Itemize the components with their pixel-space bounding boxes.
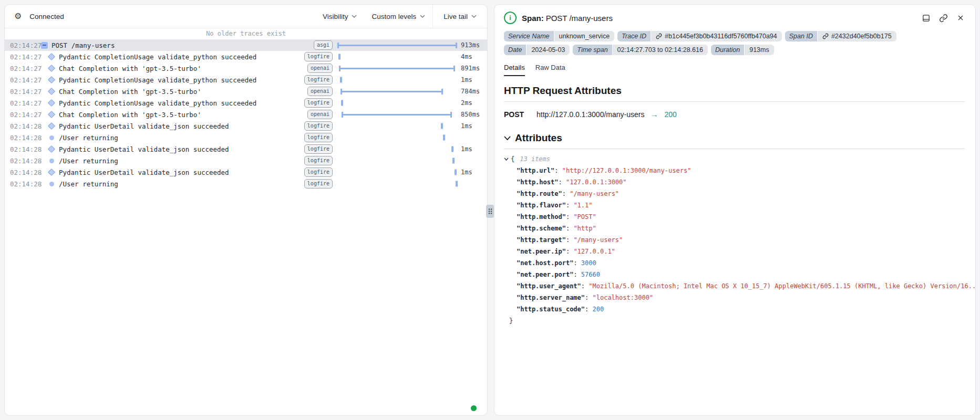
attribute-row: "http.user_agent": "Mozilla/5.0 (Macinto… — [504, 280, 965, 292]
span-detail-header: i Span:POST /many-users — [504, 12, 965, 24]
attribute-value: "http://127.0.0.1:3000/many-users" — [562, 167, 692, 174]
trace-timestamp: 02:14:27 — [10, 99, 40, 107]
badge-value[interactable]: #b1c445ef3b0b43116df5760ffb470a94 — [651, 31, 782, 41]
span-kind-label: Span: — [522, 14, 544, 23]
span-title: Span:POST /many-users — [522, 14, 613, 23]
close-icon[interactable] — [956, 14, 965, 22]
grip-dots-icon — [488, 208, 492, 215]
attribute-row: "http.target": "/many-users" — [504, 234, 965, 246]
trace-timestamp: 02:14:28 — [10, 134, 40, 142]
diamond-icon — [48, 99, 55, 107]
panel-icon[interactable] — [922, 14, 931, 23]
duration-label: 2ms — [461, 99, 487, 107]
trace-row[interactable]: 02:14:28 Pydantic UserDetail validate_js… — [5, 120, 487, 132]
trace-row[interactable]: 02:14:27 Pydantic CompletionUsage valida… — [5, 97, 487, 109]
trace-row[interactable]: 02:14:28 /User returning logfire — [5, 132, 487, 143]
trace-list-panel: ⚙ Connected Visibility Custom levels Liv… — [4, 4, 488, 416]
scope-tag: logfire — [304, 179, 333, 188]
tab-details[interactable]: Details — [504, 64, 525, 76]
attribute-key: "net.host.port" — [517, 259, 573, 267]
badge-value[interactable]: #2432d40ef5b0b175 — [818, 31, 896, 41]
duration-bar — [337, 109, 457, 120]
scope-tag: logfire — [304, 52, 333, 61]
arrow-right-icon: → — [651, 110, 658, 119]
chevron-down-icon — [352, 15, 357, 18]
span-name: /User returning — [59, 134, 118, 142]
duration-bar — [337, 97, 457, 109]
scope-tag: openai — [307, 64, 333, 73]
circle-icon — [49, 135, 54, 140]
attribute-row: "http.route": "/many-users" — [504, 188, 965, 200]
trace-row[interactable]: 02:14:28 /User returning logfire — [5, 155, 487, 166]
meta-badge: Time span 02:14:27.703 to 02:14:28.616 — [573, 45, 708, 55]
badge-value-text: 2024-05-03 — [531, 46, 565, 54]
duration-label: 891ms — [461, 65, 487, 72]
duration-bar — [337, 166, 457, 178]
attribute-key: "http.host" — [517, 178, 558, 186]
trace-row[interactable]: 02:14:27 Pydantic CompletionUsage valida… — [5, 51, 487, 62]
badge-label: Date — [504, 45, 526, 55]
attribute-key: "http.method" — [517, 213, 566, 220]
attribute-row: "net.peer.ip": "127.0.0.1" — [504, 246, 965, 257]
badge-label: Trace ID — [617, 31, 651, 41]
meta-badge: Span ID #2432d40ef5b0b175 — [785, 31, 896, 41]
link-icon — [656, 33, 662, 39]
span-name: /User returning — [59, 157, 118, 165]
attribute-key: "http.scheme" — [517, 225, 566, 232]
link-icon[interactable] — [939, 14, 948, 23]
attribute-value: 57660 — [581, 271, 600, 278]
json-entries: "http.url": "http://127.0.0.1:3000/many-… — [504, 165, 965, 315]
trace-timestamp: 02:14:28 — [10, 122, 40, 130]
attribute-row: "http.method": "POST" — [504, 211, 965, 223]
trace-timestamp: 02:14:27 — [10, 53, 40, 61]
toolbar-actions: Visibility Custom levels Live tail — [315, 5, 487, 28]
diamond-icon — [48, 76, 55, 83]
trace-row[interactable]: 02:14:28 /User returning logfire — [5, 178, 487, 190]
scope-tag: logfire — [304, 167, 333, 177]
trace-row[interactable]: 02:14:27 Chat Completion with 'gpt-3.5-t… — [5, 86, 487, 97]
attribute-key: "http.route" — [517, 190, 562, 197]
attribute-value: 3000 — [581, 259, 596, 267]
trace-row[interactable]: 02:14:27 POST /many-users asgi 913ms — [5, 39, 487, 51]
live-tail-dropdown[interactable]: Live tail — [432, 5, 487, 28]
span-name: Pydantic CompletionUsage validate_python… — [59, 53, 256, 61]
info-circle-icon: i — [504, 12, 517, 24]
live-tail-label: Live tail — [443, 13, 468, 20]
duration-bar — [337, 143, 457, 155]
duration-bar — [337, 178, 457, 190]
trace-timestamp: 02:14:27 — [10, 88, 40, 96]
scope-tag: logfire — [304, 156, 333, 165]
gear-icon[interactable]: ⚙ — [14, 12, 22, 20]
chevron-down-icon[interactable] — [504, 158, 509, 161]
trace-row[interactable]: 02:14:28 Pydantic UserDetail validate_js… — [5, 166, 487, 178]
scope-tag: asgi — [314, 40, 333, 50]
visibility-dropdown[interactable]: Visibility — [315, 5, 365, 28]
badge-value-text: 02:14:27.703 to 02:14:28.616 — [617, 46, 703, 54]
trace-row[interactable]: 02:14:27 Chat Completion with 'gpt-3.5-t… — [5, 109, 487, 120]
custom-levels-dropdown[interactable]: Custom levels — [364, 5, 432, 28]
badge-value: unknown_service — [554, 31, 615, 41]
trace-timestamp: 02:14:27 — [10, 111, 40, 119]
attribute-row: "http.status_code": 200 — [504, 303, 965, 315]
badge-label: Time span — [573, 45, 612, 55]
panel-resize-handle[interactable] — [486, 205, 494, 218]
span-detail-panel: i Span:POST /many-users Service Name unk… — [494, 4, 976, 416]
span-name: Pydantic CompletionUsage validate_python… — [59, 99, 256, 107]
tab-raw-data[interactable]: Raw Data — [535, 64, 565, 76]
trace-row[interactable]: 02:14:28 Pydantic UserDetail validate_js… — [5, 143, 487, 155]
span-name: Pydantic CompletionUsage validate_python… — [59, 76, 256, 84]
duration-label: 784ms — [461, 88, 487, 95]
attributes-heading[interactable]: Attributes — [504, 132, 965, 144]
attribute-row: "net.host.port": 3000 — [504, 257, 965, 269]
duration-bar — [337, 132, 457, 143]
badge-value-text: 913ms — [749, 46, 769, 54]
connection-status-label: Connected — [29, 13, 64, 20]
duration-bar — [337, 74, 457, 86]
trace-row[interactable]: 02:14:27 Pydantic CompletionUsage valida… — [5, 74, 487, 86]
duration-label: 1ms — [461, 122, 487, 130]
trace-row[interactable]: 02:14:27 Chat Completion with 'gpt-3.5-t… — [5, 62, 487, 74]
badge-label: Duration — [711, 45, 744, 55]
link-icon — [822, 33, 829, 39]
divider — [504, 101, 965, 102]
trace-timestamp: 02:14:27 — [10, 76, 40, 84]
